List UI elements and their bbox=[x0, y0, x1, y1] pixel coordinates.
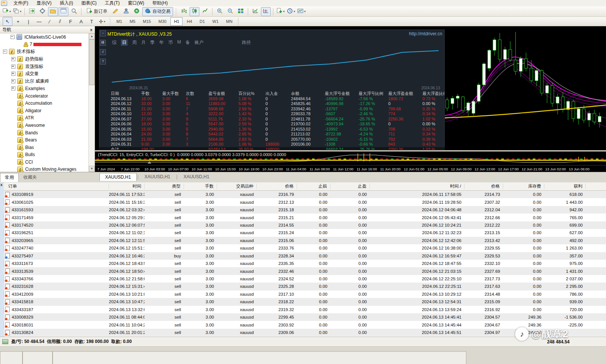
arrows-tool-button[interactable]: ✢▾ bbox=[97, 17, 107, 26]
trendline-tool-button[interactable]: ∕ bbox=[45, 17, 54, 26]
mtdriver-tab-账户[interactable]: 账户 bbox=[194, 39, 204, 46]
experts-button[interactable] bbox=[121, 7, 131, 16]
tree-item--[interactable]: f技术指标 bbox=[0, 48, 89, 56]
order-row[interactable]: 4334158182024.06.13 10:47:28sell3.00xauu… bbox=[4, 298, 606, 305]
order-row[interactable]: 4331745202024.06.12 06:07:56sell3.00xauu… bbox=[4, 221, 606, 229]
expand-plus-icon[interactable] bbox=[11, 57, 15, 61]
vertical-line-tool-button[interactable]: | bbox=[24, 17, 33, 26]
navigator-tab-common[interactable]: 常用 bbox=[0, 173, 19, 182]
mtdriver-tab-M[interactable]: M bbox=[177, 39, 181, 46]
bottom-tab[interactable] bbox=[0, 351, 23, 364]
autotrading-button[interactable]: 自动交易 bbox=[142, 7, 173, 16]
tree-item-bulls[interactable]: fBulls bbox=[0, 151, 89, 159]
order-row[interactable]: 4333116732024.06.12 18:43:59sell3.00xauu… bbox=[4, 260, 606, 267]
cursor-tool-button[interactable]: ↖ bbox=[3, 17, 12, 26]
fibonacci-tool-button[interactable]: F bbox=[66, 17, 75, 26]
expand-plus-icon[interactable] bbox=[11, 86, 15, 90]
minimize-icon[interactable]: − bbox=[100, 30, 106, 36]
crosshair-button[interactable] bbox=[38, 7, 47, 16]
dropdown-caret-icon[interactable]: ▾ bbox=[283, 10, 285, 13]
periods-button[interactable]: ▾ bbox=[286, 7, 296, 16]
timeframe-button-w1[interactable]: W1 bbox=[209, 17, 222, 26]
bar-chart-type-button[interactable] bbox=[179, 7, 189, 16]
tree-item-accelerator[interactable]: fAccelerator bbox=[0, 92, 89, 100]
timeframe-button-mn[interactable]: MN bbox=[223, 17, 236, 26]
horizontal-line-tool-button[interactable]: — bbox=[34, 17, 44, 26]
dropdown-caret-icon[interactable]: ▾ bbox=[304, 10, 306, 13]
metaeditor-button[interactable] bbox=[111, 7, 121, 16]
order-row[interactable]: 4331089192024.06.11 17:53:35sell3.00xauu… bbox=[4, 191, 606, 198]
strategy-tester-button[interactable] bbox=[69, 7, 79, 16]
tree-item-custom-moving-averages[interactable]: fCustom Moving Averages bbox=[0, 166, 89, 172]
order-row[interactable]: 4332316282024.06.12 15:31:40sell3.00xauu… bbox=[4, 283, 606, 290]
orders-header-cell[interactable]: 交易品种 bbox=[217, 184, 257, 189]
navigator-tab-favorites[interactable]: 收藏夹 bbox=[19, 173, 41, 182]
collapse-minus-icon[interactable] bbox=[11, 35, 15, 39]
menu-item[interactable]: 帮助(H) bbox=[148, 0, 172, 6]
indicators-button[interactable] bbox=[250, 7, 260, 16]
menu-item[interactable]: 插入(I) bbox=[56, 0, 77, 6]
order-row[interactable]: 4331962512024.06.12 11:02:17sell3.00xauu… bbox=[4, 229, 606, 236]
timeframe-button-m15[interactable]: M15 bbox=[140, 17, 154, 26]
expand-plus-icon[interactable] bbox=[11, 65, 15, 69]
navigator-scrollbar[interactable]: ▲ ▼ bbox=[88, 33, 95, 172]
order-row[interactable]: 4332754972024.06.12 16:46:35buy3.00xauus… bbox=[4, 252, 606, 260]
timeframe-button-m1[interactable]: M1 bbox=[113, 17, 125, 26]
menu-item[interactable]: 图表(C) bbox=[77, 0, 101, 6]
navigator-toggle-button[interactable] bbox=[48, 7, 58, 16]
chart-shift-button[interactable] bbox=[27, 7, 37, 16]
navigator-close-icon[interactable]: x bbox=[90, 27, 92, 32]
chart-tab-1[interactable]: XAUUSD,H1 bbox=[139, 173, 176, 180]
timeframe-button-m30[interactable]: M30 bbox=[155, 17, 170, 26]
timeframe-button-h4[interactable]: H4 bbox=[183, 17, 195, 26]
tree-item--[interactable]: f比尔 威廉姆 bbox=[0, 78, 89, 85]
mtdriver-tab-季[interactable]: 季 bbox=[150, 39, 155, 46]
dropdown-caret-icon[interactable]: ▾ bbox=[20, 10, 21, 13]
order-row[interactable]: 4332477402024.06.12 15:51:17sell3.00xauu… bbox=[4, 244, 606, 252]
move-icon[interactable]: 移 bbox=[100, 40, 106, 46]
dropdown-caret-icon[interactable]: ▾ bbox=[294, 10, 295, 13]
candle-chart-type-button[interactable] bbox=[190, 7, 199, 16]
timeframe-button-d1[interactable]: D1 bbox=[196, 17, 208, 26]
text-tool-button[interactable]: A bbox=[76, 17, 86, 26]
orders-header-cell[interactable]: 时间 bbox=[109, 184, 145, 189]
terminal-close-icon[interactable]: x bbox=[0, 183, 3, 187]
chart-tab-0[interactable]: XAUUSD,H1 bbox=[99, 173, 137, 181]
timeframe-button-m5[interactable]: M5 bbox=[126, 17, 139, 26]
order-row[interactable]: 4334120092024.06.13 10:21:00sell3.00xauu… bbox=[4, 290, 606, 298]
chart-area[interactable]: −移√? MTDriver统计 , XAUUSD ,V3.25 http://m… bbox=[95, 26, 606, 172]
tree-item-alligator[interactable]: fAlligator bbox=[0, 107, 89, 114]
expand-plus-icon[interactable] bbox=[11, 72, 15, 76]
order-row[interactable]: 4331615932024.06.12 03:32:40sell3.00xauu… bbox=[4, 206, 606, 214]
tile-windows-button[interactable] bbox=[236, 7, 246, 16]
tree-item-cci[interactable]: fCCI bbox=[0, 158, 89, 166]
collapse-minus-icon[interactable] bbox=[3, 50, 7, 54]
orders-header-cell[interactable]: 订单 bbox=[4, 184, 109, 189]
tree-item-bands[interactable]: fBands bbox=[0, 129, 89, 137]
templates-button[interactable]: ▾ bbox=[297, 7, 306, 16]
profiles-button[interactable]: ▾ bbox=[12, 7, 22, 16]
channel-tool-button[interactable]: ⫽ bbox=[55, 17, 65, 26]
indicator-list-button[interactable] bbox=[261, 7, 271, 16]
timeframe-button-h1[interactable]: H1 bbox=[170, 17, 182, 26]
help-icon[interactable]: ? bbox=[100, 59, 106, 65]
tree-item-bias[interactable]: fBias bbox=[0, 144, 89, 151]
orders-header-cell[interactable]: 止损 bbox=[297, 184, 330, 189]
dropdown-caret-icon[interactable]: ▾ bbox=[9, 10, 11, 13]
dropdown-caret-icon[interactable]: ▾ bbox=[104, 20, 105, 23]
orders-header-cell[interactable]: 价格 bbox=[257, 184, 297, 189]
order-row[interactable]: 4332039652024.06.12 12:11:53sell3.00xauu… bbox=[4, 237, 606, 244]
order-row[interactable]: 4330083292024.06.11 08:44:06sell3.00xauu… bbox=[4, 313, 606, 321]
order-row[interactable]: 4330610252024.06.11 15:16:34sell3.00xauu… bbox=[4, 198, 606, 206]
mtdriver-tab-综[interactable]: 综 bbox=[112, 39, 116, 46]
menu-item[interactable]: 工具(T) bbox=[101, 0, 124, 6]
crosshair-tool-button[interactable]: + bbox=[13, 17, 23, 26]
orders-header-cell[interactable]: 类型 bbox=[145, 184, 184, 189]
expand-plus-icon[interactable] bbox=[11, 79, 15, 83]
mtdriver-path-label[interactable]: 路径 bbox=[242, 39, 251, 46]
mtdriver-tab-周[interactable]: 周 bbox=[132, 39, 137, 46]
tree-item-bears[interactable]: fBears bbox=[0, 136, 89, 144]
tree-item--[interactable]: f趋势指标 bbox=[0, 56, 89, 63]
mtdriver-tab-月[interactable]: 月 bbox=[141, 39, 146, 46]
line-chart-type-button[interactable] bbox=[200, 7, 210, 16]
